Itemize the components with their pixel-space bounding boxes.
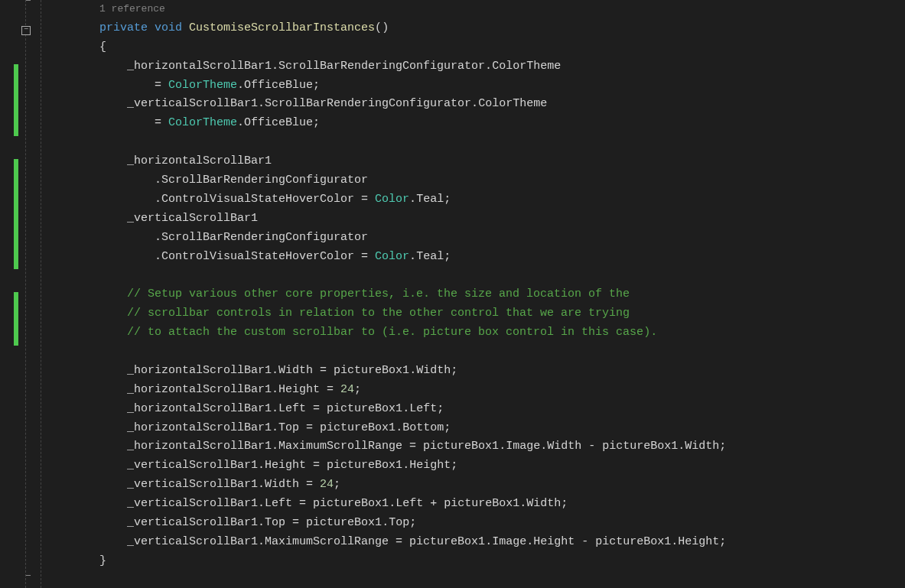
code-line: _verticalScrollBar1.MaximumScrollRange =… bbox=[99, 533, 905, 552]
collapse-toggle[interactable]: − bbox=[21, 26, 31, 35]
code-line: _horizontalScrollBar1.Width = pictureBox… bbox=[99, 362, 905, 381]
code-area[interactable]: 1 reference private void CustomiseScroll… bbox=[38, 0, 905, 588]
code-editor: − 1 reference private void CustomiseScro… bbox=[0, 0, 905, 588]
code-line: .ScrollBarRenderingConfigurator bbox=[99, 171, 905, 190]
code-line: _verticalScrollBar1 bbox=[99, 210, 905, 229]
code-line bbox=[99, 266, 905, 285]
code-line: .ControlVisualStateHoverColor = Color.Te… bbox=[99, 190, 905, 210]
code-line: _verticalScrollBar1.Height = pictureBox1… bbox=[99, 456, 905, 476]
code-line: _verticalScrollBar1.Width = 24; bbox=[99, 476, 905, 495]
code-line: _horizontalScrollBar1.ScrollBarRendering… bbox=[99, 57, 905, 76]
code-line: private void CustomiseScrollbarInstances… bbox=[99, 19, 905, 38]
change-marker-1 bbox=[14, 64, 18, 136]
code-line: _verticalScrollBar1.Top = pictureBox1.To… bbox=[99, 514, 905, 533]
code-line: } bbox=[99, 552, 905, 571]
outline-guide-2 bbox=[41, 0, 42, 588]
codelens-references[interactable]: 1 reference bbox=[99, 0, 905, 19]
code-line: { bbox=[99, 38, 905, 57]
code-line: _verticalScrollBar1.ScrollBarRenderingCo… bbox=[99, 95, 905, 114]
code-line: // to attach the custom scrollbar to (i.… bbox=[99, 323, 905, 343]
outline-guide-1 bbox=[25, 0, 27, 588]
change-marker-3 bbox=[14, 292, 18, 346]
code-line: .ScrollBarRenderingConfigurator bbox=[99, 229, 905, 248]
code-line: _horizontalScrollBar1.Height = 24; bbox=[99, 381, 905, 400]
collapse-symbol: − bbox=[24, 25, 28, 34]
change-marker-2 bbox=[14, 159, 18, 269]
gutter-tick-bottom bbox=[26, 575, 31, 576]
code-line: = ColorTheme.OfficeBlue; bbox=[99, 114, 905, 133]
code-line: _horizontalScrollBar1.Left = pictureBox1… bbox=[99, 400, 905, 419]
code-line bbox=[99, 343, 905, 362]
code-line bbox=[99, 133, 905, 152]
code-line: .ControlVisualStateHoverColor = Color.Te… bbox=[99, 248, 905, 267]
code-line: _horizontalScrollBar1.Top = pictureBox1.… bbox=[99, 419, 905, 438]
code-line: _verticalScrollBar1.Left = pictureBox1.L… bbox=[99, 495, 905, 514]
code-line: _horizontalScrollBar1 bbox=[99, 152, 905, 171]
code-line: // Setup various other core properties, … bbox=[99, 285, 905, 304]
code-line: _horizontalScrollBar1.MaximumScrollRange… bbox=[99, 437, 905, 456]
code-line: = ColorTheme.OfficeBlue; bbox=[99, 76, 905, 96]
gutter-tick-top bbox=[26, 0, 31, 1]
editor-gutter: − bbox=[0, 0, 38, 588]
code-line: // scrollbar controls in relation to the… bbox=[99, 304, 905, 323]
